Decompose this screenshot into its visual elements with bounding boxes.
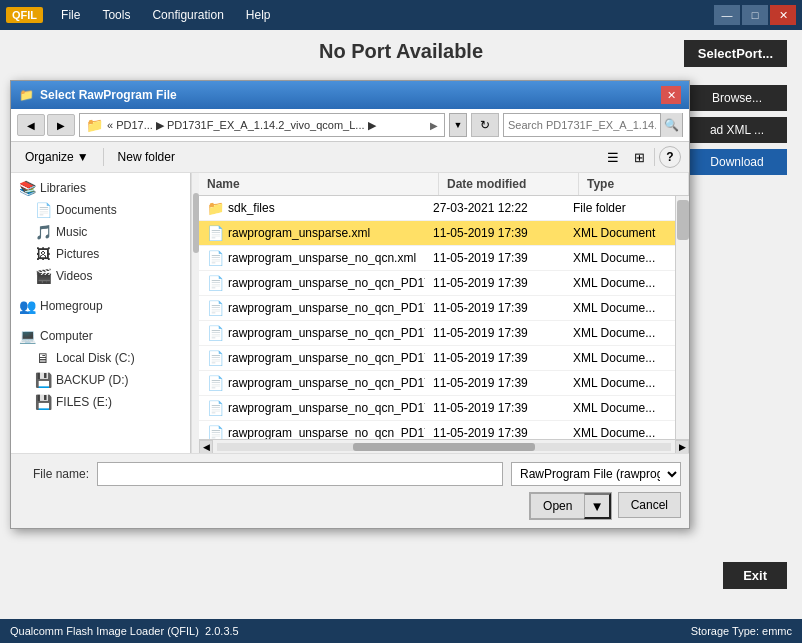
open-button[interactable]: Open — [530, 493, 584, 519]
load-xml-button[interactable]: ad XML ... — [687, 117, 787, 143]
pictures-icon: 🖼 — [35, 246, 51, 262]
path-box[interactable]: 📁 « PD17... ▶ PD1731F_EX_A_1.14.2_vivo_q… — [79, 113, 445, 137]
download-button[interactable]: Download — [687, 149, 787, 175]
tree-label-backup: BACKUP (D:) — [56, 373, 128, 387]
menu-file[interactable]: File — [51, 5, 90, 25]
homegroup-icon: 👥 — [19, 298, 35, 314]
file-row[interactable]: 📄 rawprogram_unsparse_no_qcn_PD1731B... … — [199, 421, 675, 439]
select-port-button[interactable]: SelectPort... — [684, 40, 787, 67]
file-row[interactable]: 📄 rawprogram_unsparse_no_qcn_PD1731B... … — [199, 296, 675, 321]
file-name: rawprogram_unsparse_no_qcn_PD1731B... — [228, 426, 425, 439]
app-content: No Port Available SelectPort... Browse..… — [0, 30, 802, 619]
search-button[interactable]: 🔍 — [660, 113, 682, 137]
header-name[interactable]: Name — [199, 173, 439, 195]
local-disk-icon: 🖥 — [35, 350, 51, 366]
file-row[interactable]: 📄 rawprogram_unsparse_no_qcn_PD1731B... … — [199, 321, 675, 346]
toolbar-separator-2 — [654, 148, 655, 166]
computer-icon: 💻 — [19, 328, 35, 344]
path-dropdown-button[interactable]: ▼ — [449, 113, 467, 137]
header-date[interactable]: Date modified — [439, 173, 579, 195]
dialog-folder-icon: 📁 — [19, 88, 34, 102]
file-type: XML Document — [565, 224, 675, 242]
refresh-button[interactable]: ↻ — [471, 113, 499, 137]
header-type[interactable]: Type — [579, 173, 689, 195]
tree-item-homegroup[interactable]: 👥 Homegroup — [11, 295, 190, 317]
tree-item-pictures[interactable]: 🖼 Pictures — [11, 243, 190, 265]
file-type: XML Docume... — [565, 249, 675, 267]
file-type: XML Docume... — [565, 299, 675, 317]
app-logo: QFIL — [6, 7, 43, 23]
dialog-toolbar: Organize ▼ New folder ☰ ⊞ ? — [11, 142, 689, 173]
help-button[interactable]: ? — [659, 146, 681, 168]
organize-label: Organize — [25, 150, 74, 164]
storage-info: Storage Type: emmc — [691, 625, 792, 637]
browse-button[interactable]: Browse... — [687, 85, 787, 111]
h-scroll-track — [217, 443, 671, 451]
menu-configuration[interactable]: Configuration — [142, 5, 233, 25]
tree-label-libraries: Libraries — [40, 181, 86, 195]
file-list-container: Name Date modified Type 📁 sdk_files 27-0… — [199, 173, 689, 453]
nav-buttons: ◀ ▶ — [17, 114, 75, 136]
tree-label-videos: Videos — [56, 269, 92, 283]
file-list: 📁 sdk_files 27-03-2021 12:22 File folder… — [199, 196, 675, 439]
file-name: rawprogram_unsparse_no_qcn_PD1731B... — [228, 301, 425, 315]
minimize-button[interactable]: — — [714, 5, 740, 25]
dialog-titlebar: 📁 Select RawProgram File ✕ — [11, 81, 689, 109]
tree-item-libraries[interactable]: 📚 Libraries — [11, 177, 190, 199]
file-row[interactable]: 📄 rawprogram_unsparse_no_qcn_PD1731B... … — [199, 271, 675, 296]
toolbar-separator — [103, 148, 104, 166]
tree-item-local-disk[interactable]: 🖥 Local Disk (C:) — [11, 347, 190, 369]
folder-icon: 📁 — [207, 200, 224, 216]
tree-item-files[interactable]: 💾 FILES (E:) — [11, 391, 190, 413]
filetype-select[interactable]: RawProgram File (rawprogram*All Files (*… — [511, 462, 681, 486]
new-folder-button[interactable]: New folder — [112, 148, 181, 166]
tree-label-homegroup: Homegroup — [40, 299, 103, 313]
horizontal-scrollbar[interactable]: ◀ ▶ — [199, 439, 689, 453]
file-type: XML Docume... — [565, 349, 675, 367]
file-row[interactable]: 📄 rawprogram_unsparse_no_qcn_PD1731B... … — [199, 396, 675, 421]
scroll-left-button[interactable]: ◀ — [199, 440, 213, 454]
file-name: rawprogram_unsparse_no_qcn_PD1731B... — [228, 326, 425, 340]
file-row[interactable]: 📁 sdk_files 27-03-2021 12:22 File folder — [199, 196, 675, 221]
dialog-title-area: 📁 Select RawProgram File — [19, 88, 177, 102]
tree-item-backup[interactable]: 💾 BACKUP (D:) — [11, 369, 190, 391]
file-name: rawprogram_unsparse_no_qcn_PD1731B... — [228, 376, 425, 390]
open-dropdown-button[interactable]: ▼ — [584, 493, 610, 519]
file-type: XML Docume... — [565, 399, 675, 417]
close-button[interactable]: ✕ — [770, 5, 796, 25]
file-row[interactable]: 📄 rawprogram_unsparse_no_qcn_PD1731B... … — [199, 346, 675, 371]
scroll-right-button[interactable]: ▶ — [675, 440, 689, 454]
tree-item-documents[interactable]: 📄 Documents — [11, 199, 190, 221]
file-row[interactable]: 📄 rawprogram_unsparse_no_qcn.xml 11-05-2… — [199, 246, 675, 271]
view-grid-button[interactable]: ⊞ — [628, 146, 650, 168]
file-row[interactable]: 📄 rawprogram_unsparse_no_qcn_PD1731B... … — [199, 371, 675, 396]
file-type: XML Docume... — [565, 324, 675, 342]
file-name: rawprogram_unsparse_no_qcn.xml — [228, 251, 416, 265]
file-name: rawprogram_unsparse.xml — [228, 226, 370, 240]
file-date: 11-05-2019 17:39 — [425, 274, 565, 292]
file-type: XML Docume... — [565, 274, 675, 292]
file-row-selected[interactable]: 📄 rawprogram_unsparse.xml 11-05-2019 17:… — [199, 221, 675, 246]
filename-row: File name: RawProgram File (rawprogram*A… — [19, 462, 681, 486]
file-list-scrollbar[interactable] — [675, 196, 689, 439]
forward-button[interactable]: ▶ — [47, 114, 75, 136]
xml-icon: 📄 — [207, 250, 224, 266]
tree-item-computer[interactable]: 💻 Computer — [11, 325, 190, 347]
organize-button[interactable]: Organize ▼ — [19, 148, 95, 166]
maximize-button[interactable]: □ — [742, 5, 768, 25]
tree-item-music[interactable]: 🎵 Music — [11, 221, 190, 243]
file-date: 11-05-2019 17:39 — [425, 349, 565, 367]
cancel-button[interactable]: Cancel — [618, 492, 681, 518]
back-button[interactable]: ◀ — [17, 114, 45, 136]
view-details-button[interactable]: ☰ — [602, 146, 624, 168]
dialog-close-button[interactable]: ✕ — [661, 86, 681, 104]
xml-icon: 📄 — [207, 300, 224, 316]
exit-button[interactable]: Exit — [723, 562, 787, 589]
menu-tools[interactable]: Tools — [92, 5, 140, 25]
filename-input[interactable] — [97, 462, 503, 486]
search-input[interactable] — [504, 119, 660, 131]
tree-item-videos[interactable]: 🎬 Videos — [11, 265, 190, 287]
tree-scrollbar[interactable] — [191, 173, 199, 453]
menu-help[interactable]: Help — [236, 5, 281, 25]
file-date: 11-05-2019 17:39 — [425, 299, 565, 317]
